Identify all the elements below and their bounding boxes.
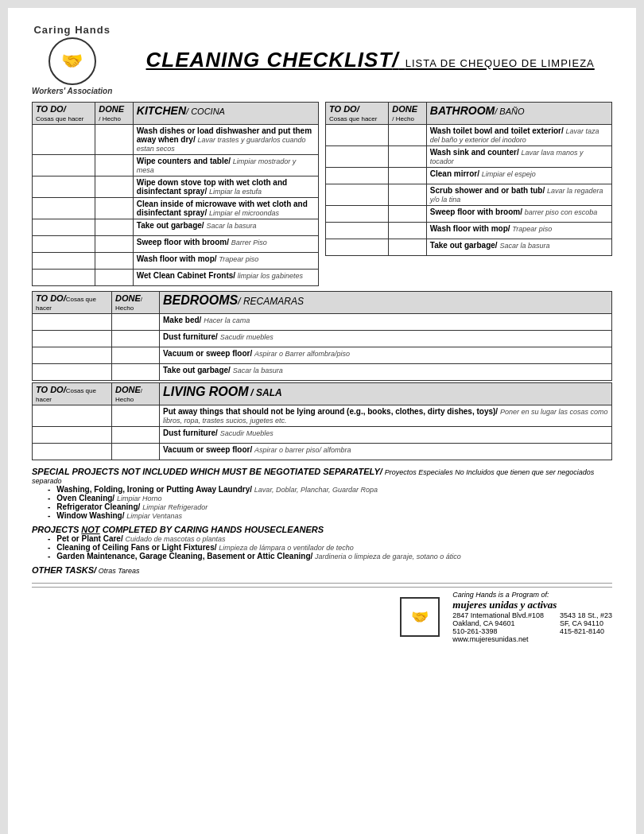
bathroom-task-row: Wash floor with mop/ Trapear piso xyxy=(326,223,612,239)
logo-bottom: Workers' Association xyxy=(32,87,112,95)
done-checkbox[interactable] xyxy=(95,236,134,253)
done-checkbox[interactable] xyxy=(95,253,134,270)
not-completed-items: -Pet or Plant Care/ Cuidado de mascotas … xyxy=(32,534,612,561)
special-project-item: -Window Washing/ Limpiar Ventanas xyxy=(48,511,612,520)
task-text: Wet Clean Cabinet Fronts/ limpiar los ga… xyxy=(133,270,318,286)
kitchen-table: TO DO/ Cosas que hacer DONE / Hecho KITC… xyxy=(32,102,319,286)
todo-checkbox[interactable] xyxy=(33,176,95,198)
done-checkbox[interactable] xyxy=(112,405,160,427)
done-checkbox[interactable] xyxy=(389,206,427,223)
todo-checkbox[interactable] xyxy=(33,347,112,364)
done-checkbox[interactable] xyxy=(95,198,134,219)
todo-checkbox[interactable] xyxy=(33,427,112,444)
col-divider xyxy=(319,102,325,289)
todo-checkbox[interactable] xyxy=(326,125,389,146)
todo-checkbox[interactable] xyxy=(326,206,389,223)
done-checkbox[interactable] xyxy=(112,331,160,347)
bedrooms-task-row: Dust furniture/ Sacudir muebles xyxy=(33,331,612,347)
living-task-row: Vacuum or sweep floor/ Aspirar o barrer … xyxy=(33,444,612,460)
bathroom-task-row: Take out garbage/ Sacar la basura xyxy=(326,239,612,256)
todo-checkbox[interactable] xyxy=(33,314,112,331)
bathroom-task-row: Scrub shower and or bath tub/ Lavar la r… xyxy=(326,184,612,206)
todo-checkbox[interactable] xyxy=(33,155,95,176)
task-text: Clean inside of microwave with wet cloth… xyxy=(133,198,318,219)
living-section-header: LIVING ROOM / SALA xyxy=(160,383,612,405)
todo-checkbox[interactable] xyxy=(33,364,112,381)
footer-line-2 xyxy=(32,587,612,588)
logo-image: 🤝 xyxy=(48,37,96,85)
done-checkbox[interactable] xyxy=(112,427,160,444)
todo-checkbox[interactable] xyxy=(33,444,112,460)
bedrooms-section-header: BEDROOMS/ RECAMARAS xyxy=(160,292,612,314)
logo-top: Caring Hands xyxy=(33,24,111,36)
todo-checkbox[interactable] xyxy=(33,198,95,219)
special-items: -Washing, Folding, Ironing or Putting Aw… xyxy=(32,485,612,520)
done-checkbox[interactable] xyxy=(95,155,134,176)
done-checkbox[interactable] xyxy=(112,444,160,460)
done-checkbox[interactable] xyxy=(389,146,427,168)
task-text: Dust furniture/ Sacudir Muebles xyxy=(160,427,612,444)
todo-checkbox[interactable] xyxy=(33,125,95,155)
done-checkbox[interactable] xyxy=(389,125,427,146)
task-text: Wash dishes or load dishwasher and put t… xyxy=(133,125,318,155)
task-text: Wash toilet bowl and toilet exterior/ La… xyxy=(426,125,611,146)
done-checkbox[interactable] xyxy=(112,347,160,364)
bathroom-done-header: DONE / Hecho xyxy=(389,103,427,125)
done-checkbox[interactable] xyxy=(95,176,134,198)
bedrooms-task-row: Make bed/ Hacer la cama xyxy=(33,314,612,331)
todo-checkbox[interactable] xyxy=(33,253,95,270)
todo-checkbox[interactable] xyxy=(326,184,389,206)
other-tasks-section: OTHER TASKS/ Otras Tareas xyxy=(32,565,612,575)
bathroom-section: TO DO/ Cosas que hacer DONE / Hecho BATH… xyxy=(325,102,612,289)
bedrooms-done-header: DONE/ Hecho xyxy=(112,292,160,314)
todo-checkbox[interactable] xyxy=(326,223,389,239)
special-projects-title: SPECIAL PROJECTS NOT INCLUDED WHICH MUST… xyxy=(32,467,612,485)
done-checkbox[interactable] xyxy=(389,184,427,206)
living-todo-header: TO DO/Cosas que hacer xyxy=(33,383,112,405)
task-text: Vacuum or sweep floor/ Aspirar o barrer … xyxy=(160,444,612,460)
done-checkbox[interactable] xyxy=(389,223,427,239)
todo-checkbox[interactable] xyxy=(33,331,112,347)
main-title: CLEANING CHECKLIST/ LISTA DE CHEQUEO DE … xyxy=(128,48,612,72)
done-checkbox[interactable] xyxy=(112,364,160,381)
kitchen-section-header: KITCHEN/ COCINA xyxy=(133,103,318,125)
not-completed-title: PROJECTS NOT COMPLETED BY CARING HANDS H… xyxy=(32,525,612,534)
todo-checkbox[interactable] xyxy=(326,168,389,184)
done-checkbox[interactable] xyxy=(95,219,134,236)
task-text: Wash sink and counter/ Lavar lava manos … xyxy=(426,146,611,168)
todo-checkbox[interactable] xyxy=(33,270,95,286)
kitchen-done-header: DONE / Hecho xyxy=(95,103,134,125)
bathroom-todo-header: TO DO/ Cosas que hacer xyxy=(326,103,389,125)
todo-checkbox[interactable] xyxy=(33,219,95,236)
task-text: Put away things that should not be lying… xyxy=(160,405,612,427)
done-checkbox[interactable] xyxy=(112,314,160,331)
kitchen-task-row: Wash dishes or load dishwasher and put t… xyxy=(33,125,319,155)
task-text: Vacuum or sweep floor/ Aspirar o Barrer … xyxy=(160,347,612,364)
page: Caring Hands 🤝 Workers' Association CLEA… xyxy=(8,8,636,834)
footer-text: Caring Hands is a Program of: mujeres un… xyxy=(452,591,612,643)
kitchen-section: TO DO/ Cosas que hacer DONE / Hecho KITC… xyxy=(32,102,319,289)
task-text: Take out garbage/ Sacar la basura xyxy=(160,364,612,381)
task-text: Take out garbage/ Sacar la basura xyxy=(133,219,318,236)
todo-checkbox[interactable] xyxy=(326,146,389,168)
todo-checkbox[interactable] xyxy=(326,239,389,256)
bedrooms-task-row: Vacuum or sweep floor/ Aspirar o Barrer … xyxy=(33,347,612,364)
todo-checkbox[interactable] xyxy=(33,405,112,427)
done-checkbox[interactable] xyxy=(95,125,134,155)
not-completed-section: PROJECTS NOT COMPLETED BY CARING HANDS H… xyxy=(32,525,612,561)
bedrooms-todo-header: TO DO/Cosas que hacer xyxy=(33,292,112,314)
special-project-item: -Washing, Folding, Ironing or Putting Aw… xyxy=(48,485,612,494)
task-text: Wipe counters and table/ Limpiar mostrad… xyxy=(133,155,318,176)
done-checkbox[interactable] xyxy=(95,270,134,286)
logo-area: Caring Hands 🤝 Workers' Association xyxy=(32,24,112,95)
living-room-table: TO DO/Cosas que hacer DONE/ Hecho LIVING… xyxy=(32,382,612,460)
done-checkbox[interactable] xyxy=(389,239,427,256)
task-text: Clean mirror/ Limpiar el espejo xyxy=(426,168,611,184)
task-text: Sweep floor with broom/ barrer piso con … xyxy=(426,206,611,223)
todo-checkbox[interactable] xyxy=(33,236,95,253)
task-text: Scrub shower and or bath tub/ Lavar la r… xyxy=(426,184,611,206)
bedrooms-task-row: Take out garbage/ Sacar la basura xyxy=(33,364,612,381)
kitchen-todo-header: TO DO/ Cosas que hacer xyxy=(33,103,95,125)
task-text: Wipe down stove top with wet cloth and d… xyxy=(133,176,318,198)
done-checkbox[interactable] xyxy=(389,168,427,184)
